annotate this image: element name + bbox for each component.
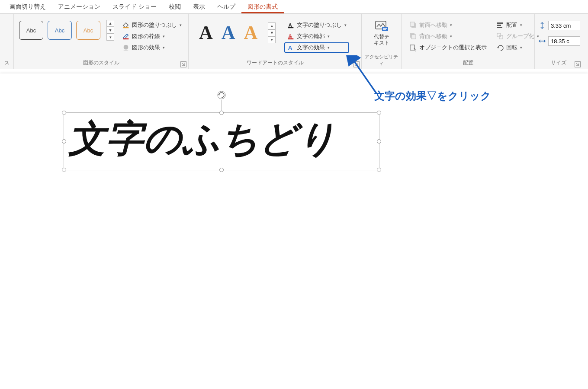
resize-handle-tl[interactable] xyxy=(62,111,66,115)
group-shape-styles: Abc Abc Abc ▲ ▼ ▾ 図形の塗りつぶし▾ xyxy=(14,14,189,69)
shape-style-gallery[interactable]: Abc Abc Abc ▲ ▼ ▾ xyxy=(16,16,117,41)
rotate-stem xyxy=(222,100,222,111)
tab-transition[interactable]: 画面切り替え xyxy=(3,0,52,13)
slide[interactable]: 文字のふちどり 文字の効果▽をクリック xyxy=(0,73,588,389)
pen-outline-icon xyxy=(122,32,130,40)
resize-handle-ml[interactable] xyxy=(62,139,66,143)
width-input[interactable]: 18.35 c xyxy=(548,36,580,46)
ribbon-tabs: 画面切り替え アニメーション スライド ショー 校閲 表示 ヘルプ 図形の書式 xyxy=(0,0,588,14)
shape-fill-button[interactable]: 図形の塗りつぶし▾ xyxy=(119,20,184,30)
svg-rect-0 xyxy=(123,27,129,29)
tab-help[interactable]: ヘルプ xyxy=(211,0,241,13)
wordart-gallery[interactable]: A A A ▲ ▼ ▾ xyxy=(191,16,282,44)
bring-forward-label: 前面へ移動 xyxy=(419,21,447,29)
paint-bucket-icon xyxy=(122,21,130,29)
gallery-more-button[interactable]: ▾ xyxy=(106,34,114,41)
shape-fill-label: 図形の塗りつぶし xyxy=(132,21,177,29)
canvas-area: 文字のふちどり 文字の効果▽をクリック xyxy=(0,73,588,389)
alt-text-button[interactable]: 代替テキスト xyxy=(367,16,396,46)
svg-point-2 xyxy=(124,45,129,50)
rotate-icon xyxy=(496,44,504,51)
shape-style-thumb-1[interactable]: Abc xyxy=(19,21,43,40)
tab-slideshow[interactable]: スライド ショー xyxy=(106,0,163,13)
shape-style-thumb-3[interactable]: Abc xyxy=(76,21,100,40)
group-label-shape-styles: 図形のスタイル xyxy=(16,58,186,68)
shape-effects-label: 図形の効果 xyxy=(132,44,160,51)
bring-forward-button[interactable]: 前面へ移動▾ xyxy=(407,20,489,30)
wordart-thumb-3[interactable]: A xyxy=(244,22,258,44)
svg-rect-16 xyxy=(411,35,416,39)
group-accessibility: 代替テキスト アクセシビリティ xyxy=(362,14,402,69)
svg-rect-18 xyxy=(497,22,503,24)
rotate-label: 回転 xyxy=(506,44,517,51)
svg-rect-14 xyxy=(410,22,414,26)
resize-handle-br[interactable] xyxy=(377,168,381,172)
svg-rect-19 xyxy=(497,25,501,26)
gallery-up-button[interactable]: ▲ xyxy=(106,20,114,27)
group-label-arrange: 配置 xyxy=(404,58,532,68)
text-outline-label: 文字の輪郭 xyxy=(297,32,325,40)
tab-shape-format[interactable]: 図形の書式 xyxy=(241,0,284,13)
wordart-thumb-1[interactable]: A xyxy=(199,22,213,44)
shape-effects-button[interactable]: 図形の効果▾ xyxy=(119,42,184,53)
resize-handle-bl[interactable] xyxy=(62,168,66,172)
send-backward-icon xyxy=(409,32,417,40)
alt-text-icon xyxy=(374,20,389,33)
svg-point-3 xyxy=(124,50,129,51)
group-label-accessibility: アクセシビリティ xyxy=(364,53,398,68)
alt-text-label-1: 代替テ xyxy=(374,34,389,40)
resize-handle-tm[interactable] xyxy=(219,111,224,115)
group-insert-shapes-partial: ス xyxy=(0,14,14,69)
shape-styles-launcher[interactable]: ⇲ xyxy=(180,61,186,67)
resize-handle-bm[interactable] xyxy=(219,168,224,172)
text-fill-button[interactable]: A 文字の塗りつぶし▾ xyxy=(284,20,349,30)
shape-text-content[interactable]: 文字のふちどり xyxy=(64,113,379,165)
group-label-partial: ス xyxy=(3,58,11,68)
selection-pane-button[interactable]: オブジェクトの選択と表示 xyxy=(407,42,489,53)
tab-view[interactable]: 表示 xyxy=(187,0,211,13)
group-objects-label: グループ化 xyxy=(506,32,534,40)
rotate-handle[interactable] xyxy=(217,90,226,100)
group-arrange: 前面へ移動▾ 背面へ移動▾ オブジェクトの選択と表示 xyxy=(402,14,535,69)
selected-text-shape[interactable]: 文字のふちどり xyxy=(64,112,379,170)
alt-text-label-2: キスト xyxy=(374,40,389,46)
wordart-launcher[interactable]: ⇲ xyxy=(353,61,360,67)
gallery-up-button[interactable]: ▲ xyxy=(268,22,276,29)
selection-pane-label: オブジェクトの選択と表示 xyxy=(419,44,487,51)
text-fill-icon: A xyxy=(287,21,295,29)
shape-style-thumb-2[interactable]: Abc xyxy=(48,21,72,40)
chevron-down-icon: ▾ xyxy=(450,34,452,38)
wordart-gallery-scroll: ▲ ▼ ▾ xyxy=(268,22,276,43)
resize-handle-tr[interactable] xyxy=(377,111,381,115)
group-wordart-styles: A A A ▲ ▼ ▾ A 文字の塗りつぶし▾ A xyxy=(189,14,362,69)
gallery-scroll: ▲ ▼ ▾ xyxy=(106,20,114,41)
chevron-down-icon: ▾ xyxy=(344,23,347,27)
text-outline-icon: A xyxy=(287,32,295,40)
gallery-more-button[interactable]: ▾ xyxy=(268,36,276,43)
group-label-wordart: ワードアートのスタイル xyxy=(191,58,359,68)
text-effects-button[interactable]: A 文字の効果▾ xyxy=(284,42,349,53)
send-backward-button[interactable]: 背面へ移動▾ xyxy=(407,31,489,41)
chevron-down-icon: ▾ xyxy=(180,23,182,27)
wordart-thumb-2[interactable]: A xyxy=(222,22,235,44)
text-effects-label: 文字の効果 xyxy=(297,44,325,51)
svg-rect-12 xyxy=(383,29,386,30)
svg-rect-10 xyxy=(382,27,388,31)
size-launcher[interactable]: ⇲ xyxy=(575,61,581,67)
height-input[interactable]: 3.33 cm xyxy=(548,21,580,30)
send-backward-label: 背面へ移動 xyxy=(419,32,447,40)
chevron-down-icon: ▾ xyxy=(328,45,330,50)
tab-review[interactable]: 校閲 xyxy=(163,0,187,13)
text-outline-button[interactable]: A 文字の輪郭▾ xyxy=(284,31,349,41)
gallery-down-button[interactable]: ▼ xyxy=(106,27,114,34)
chevron-down-icon: ▾ xyxy=(163,45,165,50)
shape-outline-button[interactable]: 図形の枠線▾ xyxy=(119,31,184,41)
align-label: 配置 xyxy=(506,21,517,29)
selection-pane-icon xyxy=(409,44,417,51)
group-icon xyxy=(496,32,504,40)
text-fill-label: 文字の塗りつぶし xyxy=(297,21,342,29)
chevron-down-icon: ▾ xyxy=(328,34,330,38)
resize-handle-mr[interactable] xyxy=(377,139,381,143)
gallery-down-button[interactable]: ▼ xyxy=(268,29,276,36)
tab-animation[interactable]: アニメーション xyxy=(52,0,106,13)
